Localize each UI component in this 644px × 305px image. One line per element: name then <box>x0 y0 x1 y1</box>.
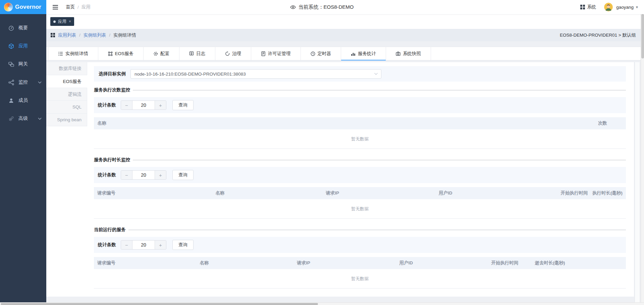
tab-timer[interactable]: 定时器 <box>301 47 341 60</box>
window-vertical-scrollbar[interactable] <box>641 14 644 302</box>
user-icon <box>8 98 14 103</box>
detail-tabbar: 实例组详情 EOS服务 配置 日志 治理 许可证管理 定时器 服务统计 <box>46 47 641 60</box>
target-instance-label: 选择目标实例 <box>99 71 126 77</box>
content-wrap: 数据库链接 EOS服务 逻辑流 SQL Spring bean 选择目标实例 n… <box>46 62 641 297</box>
content-scrollbar-track[interactable] <box>635 62 640 302</box>
breadcrumb-app-list[interactable]: 应用列表 <box>58 32 76 38</box>
section-exec-duration: 服务执行时长监控 <box>94 157 626 163</box>
submenu-item-sql[interactable]: SQL <box>46 100 87 114</box>
logo-swirl-icon <box>4 3 13 11</box>
sidebar-item-gateway[interactable]: 网关 <box>0 55 46 73</box>
breadcrumb-instance-group-list[interactable]: 实例组列表 <box>84 32 106 38</box>
column-header: 请求IP <box>326 190 439 197</box>
tab-governance[interactable]: 治理 <box>215 47 251 60</box>
target-instance-row: 选择目标实例 node-10-16-16-210:EOS8-DEMO-PROVI… <box>94 66 626 82</box>
submenu-item-db-connection[interactable]: 数据库链接 <box>46 62 87 75</box>
tab-label: 治理 <box>232 51 241 57</box>
breadcrumb-home[interactable]: 首页 <box>66 4 75 10</box>
submenu-item-spring-bean[interactable]: Spring bean <box>46 113 87 126</box>
sidebar-item-monitor[interactable]: 监控 <box>0 73 46 91</box>
stepper-plus-button[interactable]: + <box>155 171 166 179</box>
running-services-query-panel: 统计条数 − + 查询 <box>94 237 626 253</box>
stepper-minus-button[interactable]: − <box>121 101 132 110</box>
section-title: 服务执行次数监控 <box>94 87 130 93</box>
target-instance-value: node-10-16-16-210:EOS8-DEMO-PROVIDER01:3… <box>135 72 246 77</box>
list-icon <box>58 51 63 56</box>
bar-chart-icon <box>351 51 356 56</box>
tab-config[interactable]: 配置 <box>144 47 179 60</box>
dashboard-icon <box>8 25 14 31</box>
stepper-plus-button[interactable]: + <box>155 241 166 249</box>
query-button[interactable]: 查询 <box>172 100 194 110</box>
tab-eos-service[interactable]: EOS服务 <box>98 47 144 60</box>
camera-icon <box>396 51 400 56</box>
page-breadcrumb-bar: 应用列表 / 实例组列表 / 实例组详情 EOS8-DEMO-PROVIDER0… <box>46 29 641 41</box>
sidebar-item-overview[interactable]: 概要 <box>0 19 46 37</box>
section-title: 服务执行时长监控 <box>94 157 130 163</box>
sidebar-item-advanced[interactable]: 高级 <box>0 110 46 128</box>
instance-group-context: EOS8-DEMO-PROVIDER01 > 默认组 <box>560 32 636 38</box>
sidebar-item-members[interactable]: 成员 <box>0 91 46 110</box>
tab-service-statistics[interactable]: 服务统计 <box>341 47 386 60</box>
service-statistics-card: 数据库链接 EOS服务 逻辑流 SQL Spring bean 选择目标实例 n… <box>46 62 634 297</box>
column-header: 请求IP <box>297 260 399 266</box>
avatar[interactable] <box>604 3 613 11</box>
top-breadcrumb: 首页 / 应用 <box>66 4 91 10</box>
stepper-minus-button[interactable]: − <box>121 241 132 249</box>
count-label: 统计条数 <box>98 172 116 178</box>
exec-duration-empty-state: 暂无数据 <box>94 199 626 219</box>
gears-icon <box>8 116 14 122</box>
main-sidebar: 概要 应用 网关 监控 成员 高级 <box>0 14 46 302</box>
vertical-scrollbar-thumb[interactable] <box>641 14 644 58</box>
hamburger-menu-icon[interactable] <box>52 5 58 10</box>
chevron-down-icon <box>38 118 42 120</box>
exec-duration-table-header: 请求编号 名称 请求IP 用户ID 开始执行时间 执行时长(毫秒) <box>94 187 626 199</box>
sidebar-item-label: 网关 <box>18 61 28 67</box>
sidebar-item-application[interactable]: 应用 <box>0 37 46 55</box>
clock-icon <box>311 51 315 56</box>
column-header: 开始执行时间 <box>554 190 588 197</box>
tab-label: 许可证管理 <box>268 51 291 57</box>
eye-icon <box>290 4 296 10</box>
tag-label: 应用 <box>58 19 66 25</box>
log-file-icon <box>189 51 194 56</box>
tab-label: 配置 <box>160 51 169 57</box>
statistics-panel: 选择目标实例 node-10-16-16-210:EOS8-DEMO-PROVI… <box>87 62 634 297</box>
count-input[interactable] <box>132 171 155 179</box>
count-input[interactable] <box>132 101 155 110</box>
tab-logs[interactable]: 日志 <box>179 47 215 60</box>
exec-count-table-header: 名称 次数 <box>94 117 626 129</box>
count-label: 统计条数 <box>98 102 116 108</box>
system-menu-button[interactable]: 系统 <box>580 4 596 10</box>
user-menu[interactable]: gaoyang ▼ <box>616 5 639 10</box>
horizontal-scrollbar-thumb[interactable] <box>1 303 318 305</box>
app-logo[interactable]: Governor <box>0 0 46 14</box>
window-horizontal-scrollbar[interactable] <box>0 302 644 305</box>
username: gaoyang <box>616 5 634 10</box>
breadcrumb-separator: / <box>109 33 110 38</box>
running-services-table-header: 请求编号 名称 请求IP 用户ID 开始执行时间 逝去时长(毫秒) <box>94 257 626 269</box>
stepper-plus-button[interactable]: + <box>155 101 166 110</box>
sidebar-item-label: 概要 <box>18 25 28 31</box>
section-title: 当前运行的服务 <box>94 227 126 233</box>
tab-instance-group-detail[interactable]: 实例组详情 <box>48 47 98 60</box>
tag-application[interactable]: 应用 × <box>50 17 74 26</box>
logo-text: Governor <box>15 4 41 10</box>
column-header: 开始执行时间 <box>491 260 535 266</box>
column-header: 次数 <box>569 120 623 127</box>
tab-license-management[interactable]: 许可证管理 <box>251 47 301 60</box>
submenu-item-eos-service[interactable]: EOS服务 <box>46 75 87 88</box>
query-button[interactable]: 查询 <box>172 170 194 180</box>
api-icon <box>108 51 113 56</box>
count-label: 统计条数 <box>98 242 116 248</box>
stepper-minus-button[interactable]: − <box>121 171 132 179</box>
tab-system-snapshot[interactable]: 系统快照 <box>386 47 431 60</box>
submenu-item-logic-flow[interactable]: 逻辑流 <box>46 88 87 101</box>
target-instance-select[interactable]: node-10-16-16-210:EOS8-DEMO-PROVIDER01:3… <box>130 69 381 79</box>
count-input[interactable] <box>132 241 155 249</box>
tab-label: 服务统计 <box>358 51 376 57</box>
query-button[interactable]: 查询 <box>172 240 194 250</box>
breadcrumb-current: 应用 <box>82 4 91 10</box>
tag-close-icon[interactable]: × <box>69 19 71 24</box>
sidebar-item-label: 高级 <box>18 116 28 122</box>
